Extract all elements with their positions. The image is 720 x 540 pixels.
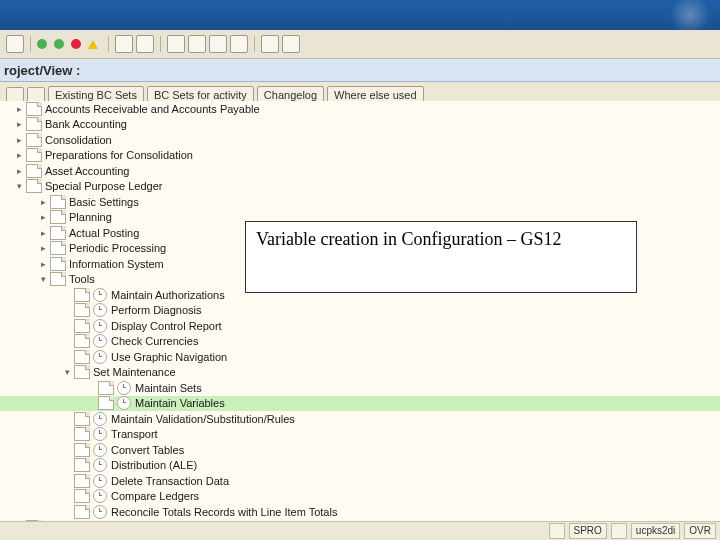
- tree-label: Accounts Receivable and Accounts Payable: [45, 103, 260, 115]
- activity-icon[interactable]: [93, 303, 107, 317]
- chevron-right-icon[interactable]: ▸: [38, 243, 48, 253]
- tree-label: Convert Tables: [111, 444, 184, 456]
- doc-icon: [74, 505, 90, 519]
- window-title: roject/View :: [0, 59, 720, 82]
- tree-row[interactable]: Check Currencies: [0, 334, 720, 350]
- tree-row[interactable]: Display Control Report: [0, 318, 720, 334]
- cancel-icon[interactable]: [71, 39, 81, 49]
- exit-icon[interactable]: [54, 39, 64, 49]
- tree-row[interactable]: Distribution (ALE): [0, 458, 720, 474]
- activity-icon[interactable]: [93, 458, 107, 472]
- tree-label: Information System: [69, 258, 164, 270]
- tree-row[interactable]: ▸Consolidation: [0, 132, 720, 148]
- tree-label: Periodic Processing: [69, 242, 166, 254]
- activity-icon[interactable]: [93, 505, 107, 519]
- spacer: [62, 321, 72, 331]
- activity-icon[interactable]: [117, 381, 131, 395]
- spacer: [62, 414, 72, 424]
- last-page-icon[interactable]: [230, 35, 248, 53]
- doc-icon: [26, 133, 42, 147]
- tree-row[interactable]: Compare Ledgers: [0, 489, 720, 505]
- doc-icon: [26, 117, 42, 131]
- doc-icon: [74, 365, 90, 379]
- activity-icon[interactable]: [93, 474, 107, 488]
- tree-row[interactable]: ▾Set Maintenance: [0, 365, 720, 381]
- chevron-right-icon[interactable]: ▸: [14, 119, 24, 129]
- save-icon[interactable]: [6, 35, 24, 53]
- spacer: [62, 476, 72, 486]
- annotation-callout: Variable creation in Configuration – GS1…: [245, 221, 637, 293]
- tree-row[interactable]: ▾Special Purpose Ledger: [0, 179, 720, 195]
- tree-row[interactable]: Maintain Validation/Substitution/Rules: [0, 411, 720, 427]
- tree-row[interactable]: Maintain Sets: [0, 380, 720, 396]
- activity-icon[interactable]: [117, 396, 131, 410]
- tree-label: Consolidation: [45, 134, 112, 146]
- print-icon[interactable]: [115, 35, 133, 53]
- tree-label: Planning: [69, 211, 112, 223]
- activity-icon[interactable]: [93, 350, 107, 364]
- doc-icon: [50, 226, 66, 240]
- chevron-down-icon[interactable]: ▾: [14, 181, 24, 191]
- tree-row[interactable]: Maintain Variables: [0, 396, 720, 412]
- status-server: ucpks2di: [631, 523, 680, 539]
- tree-row[interactable]: Convert Tables: [0, 442, 720, 458]
- status-server-icon: [611, 523, 627, 539]
- doc-icon: [74, 350, 90, 364]
- chevron-right-icon[interactable]: ▸: [14, 166, 24, 176]
- tree-label: Preparations for Consolidation: [45, 149, 193, 161]
- tree-row[interactable]: Use Graphic Navigation: [0, 349, 720, 365]
- tree-row[interactable]: ▸Accounts Receivable and Accounts Payabl…: [0, 101, 720, 117]
- activity-icon[interactable]: [93, 334, 107, 348]
- prev-page-icon[interactable]: [188, 35, 206, 53]
- tree-label: Reconcile Totals Records with Line Item …: [111, 506, 337, 518]
- tree-label: Compare Ledgers: [111, 490, 199, 502]
- doc-icon: [74, 427, 90, 441]
- doc-icon: [50, 210, 66, 224]
- tree-row[interactable]: ▸Bank Accounting: [0, 117, 720, 133]
- tree-label: Basic Settings: [69, 196, 139, 208]
- activity-icon[interactable]: [93, 443, 107, 457]
- activity-icon[interactable]: [93, 427, 107, 441]
- chevron-right-icon[interactable]: ▸: [38, 197, 48, 207]
- activity-icon[interactable]: [93, 489, 107, 503]
- tree-label: Delete Transaction Data: [111, 475, 229, 487]
- tree-row[interactable]: ▸Asset Accounting: [0, 163, 720, 179]
- tree-label: Perform Diagnosis: [111, 304, 201, 316]
- tree-row[interactable]: ▸Preparations for Consolidation: [0, 148, 720, 164]
- activity-icon[interactable]: [93, 288, 107, 302]
- layout-icon[interactable]: [282, 35, 300, 53]
- first-page-icon[interactable]: [167, 35, 185, 53]
- find-icon[interactable]: [136, 35, 154, 53]
- system-toolbar: [0, 30, 720, 59]
- tree-row[interactable]: Reconcile Totals Records with Line Item …: [0, 504, 720, 520]
- back-icon[interactable]: [37, 39, 47, 49]
- help-icon[interactable]: [261, 35, 279, 53]
- chevron-right-icon[interactable]: ▸: [14, 135, 24, 145]
- chevron-right-icon[interactable]: ▸: [38, 212, 48, 222]
- tree-row[interactable]: Delete Transaction Data: [0, 473, 720, 489]
- doc-icon: [74, 334, 90, 348]
- chevron-right-icon[interactable]: ▸: [38, 228, 48, 238]
- activity-icon[interactable]: [93, 412, 107, 426]
- tree-row[interactable]: ▸Basic Settings: [0, 194, 720, 210]
- chevron-right-icon[interactable]: ▸: [14, 150, 24, 160]
- chevron-down-icon[interactable]: ▾: [62, 367, 72, 377]
- tree-row[interactable]: Perform Diagnosis: [0, 303, 720, 319]
- tree-label: Use Graphic Navigation: [111, 351, 227, 363]
- tree-label: Check Currencies: [111, 335, 198, 347]
- status-mode: OVR: [684, 523, 716, 539]
- doc-icon: [74, 458, 90, 472]
- chevron-right-icon[interactable]: ▸: [38, 259, 48, 269]
- doc-icon: [50, 257, 66, 271]
- chevron-down-icon[interactable]: ▾: [38, 274, 48, 284]
- status-nav-icon[interactable]: [549, 523, 565, 539]
- spacer: [62, 352, 72, 362]
- next-page-icon[interactable]: [209, 35, 227, 53]
- chevron-right-icon[interactable]: ▸: [14, 104, 24, 114]
- tree-row[interactable]: Transport: [0, 427, 720, 443]
- tree-label: Maintain Sets: [135, 382, 202, 394]
- tree-label: Maintain Authorizations: [111, 289, 225, 301]
- activity-icon[interactable]: [93, 319, 107, 333]
- spacer: [62, 507, 72, 517]
- img-tree[interactable]: ▸Accounts Receivable and Accounts Payabl…: [0, 101, 720, 522]
